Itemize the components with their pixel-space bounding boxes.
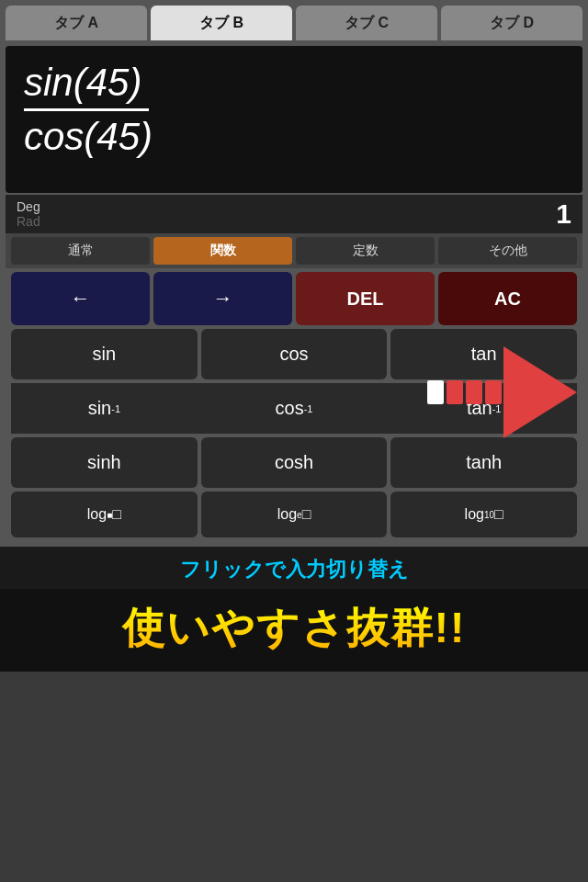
tab-a[interactable]: タブ A — [6, 6, 147, 40]
result-value: 1 — [556, 198, 571, 230]
cos-button[interactable]: cos — [201, 329, 388, 379]
category-constant[interactable]: 定数 — [296, 237, 435, 265]
right-arrow-button[interactable]: → — [153, 272, 292, 325]
bottom-banner: 使いやすさ抜群!! — [0, 589, 588, 672]
trig-row: sin cos tan — [11, 329, 577, 379]
cosh-button[interactable]: cosh — [201, 437, 388, 488]
log-base-button[interactable]: log■□ — [11, 492, 198, 537]
del-button[interactable]: DEL — [296, 272, 435, 325]
tab-c[interactable]: タブ C — [296, 6, 437, 40]
hint-section: フリックで入力切り替え — [0, 547, 588, 589]
hint-text: フリックで入力切り替え — [9, 556, 579, 583]
denominator: cos(45) — [24, 111, 153, 159]
tab-d[interactable]: タブ D — [441, 6, 582, 40]
category-normal[interactable]: 通常 — [11, 237, 150, 265]
hyp-row: sinh cosh tanh — [11, 437, 577, 488]
log-e-button[interactable]: loge□ — [201, 492, 388, 537]
fraction-display: sin(45) cos(45) — [24, 61, 564, 159]
atan-button[interactable]: tan-1 — [390, 383, 577, 434]
banner-text: 使いやすさ抜群!! — [9, 600, 579, 657]
asin-button[interactable]: sin-1 — [11, 383, 198, 434]
left-arrow-button[interactable]: ← — [11, 272, 150, 325]
mode-row: Deg Rad 1 — [6, 195, 582, 233]
inv-trig-row: sin-1 cos-1 tan-1 — [11, 383, 577, 434]
ac-button[interactable]: AC — [438, 272, 577, 325]
sin-button[interactable]: sin — [11, 329, 198, 379]
log10-button[interactable]: log10□ — [390, 492, 577, 537]
tab-bar: タブ A タブ B タブ C タブ D — [0, 0, 588, 40]
category-other[interactable]: その他 — [438, 237, 577, 265]
button-grid: ← → DEL AC sin cos tan sin-1 cos-1 tan-1 — [6, 268, 582, 541]
sinh-button[interactable]: sinh — [11, 437, 198, 488]
display-area: sin(45) cos(45) — [6, 46, 582, 193]
tanh-button[interactable]: tanh — [390, 437, 577, 488]
tab-b[interactable]: タブ B — [151, 6, 292, 40]
numerator: sin(45) — [24, 61, 149, 111]
rad-label[interactable]: Rad — [17, 214, 40, 229]
nav-row: ← → DEL AC — [11, 272, 577, 325]
deg-label[interactable]: Deg — [17, 199, 40, 214]
category-function[interactable]: 関数 — [153, 237, 292, 265]
calculator-panel: sin(45) cos(45) Deg Rad 1 通常 関数 定数 その他 ←… — [0, 40, 588, 547]
log-row: log■□ loge□ log10□ — [11, 492, 577, 537]
tan-button[interactable]: tan — [390, 329, 577, 379]
category-bar: 通常 関数 定数 その他 — [6, 233, 582, 268]
acos-button[interactable]: cos-1 — [201, 383, 388, 434]
mode-labels: Deg Rad — [17, 199, 40, 229]
